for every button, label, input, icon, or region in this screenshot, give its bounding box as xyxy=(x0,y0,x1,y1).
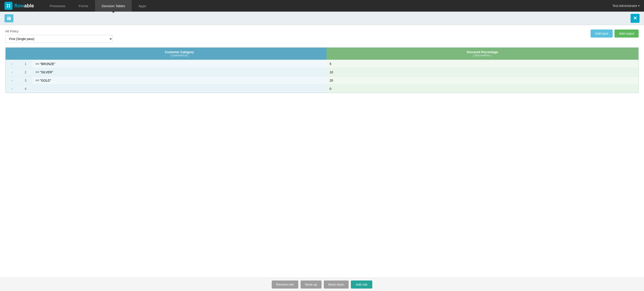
table-row: ✓ 4 0 xyxy=(6,85,639,93)
row-input-4[interactable] xyxy=(32,85,327,93)
move-up-button[interactable]: Move up xyxy=(300,281,322,289)
table-row: ✓ 3 == "GOLD" 20 xyxy=(6,76,639,85)
remove-rule-button[interactable]: Remove rule xyxy=(272,281,298,289)
row-check-4: ✓ xyxy=(6,85,19,93)
logo-icon xyxy=(4,2,12,10)
output-col-variable: [ discountPerc ] xyxy=(330,54,635,57)
save-icon xyxy=(7,16,11,20)
decision-table: Customer Category [ customerCat ] Discou… xyxy=(5,47,639,93)
hit-policy-label: Hit Policy: xyxy=(5,29,113,33)
row-output-3[interactable]: 20 xyxy=(326,76,639,85)
row-check-3: ✓ xyxy=(6,76,19,85)
row-num-4: 4 xyxy=(19,85,32,93)
row-input-3[interactable]: == "GOLD" xyxy=(32,76,327,85)
action-bar: Remove rule Move up Move down Add rule xyxy=(0,278,644,291)
row-check-1: ✓ xyxy=(6,60,19,68)
nav-forms[interactable]: Forms xyxy=(72,0,95,12)
add-input-button[interactable]: Add input xyxy=(590,29,613,37)
hit-policy-select[interactable]: First (Single pass) Any Unique Rule Orde… xyxy=(5,35,113,43)
add-rule-button[interactable]: Add rule xyxy=(351,281,372,289)
save-button[interactable] xyxy=(4,14,14,22)
nav-decision-tables[interactable]: Decision Tables xyxy=(95,0,132,12)
hit-policy-buttons: Add input Add output xyxy=(590,29,639,37)
th-input-col[interactable]: Customer Category [ customerCat ] xyxy=(32,48,327,60)
input-col-label: Customer Category xyxy=(36,50,323,54)
logo-text: flowable xyxy=(14,3,34,9)
table-row: ✓ 2 == "SILVER" 10 xyxy=(6,68,639,76)
output-col-label: Discount Percentage xyxy=(330,50,635,54)
row-output-2[interactable]: 10 xyxy=(326,68,639,76)
nav-apps[interactable]: Apps xyxy=(132,0,153,12)
navbar: flowable Processes Forms Decision Tables… xyxy=(0,0,644,12)
toolbar-left xyxy=(4,14,14,22)
move-down-button[interactable]: Move down xyxy=(324,281,349,289)
logo: flowable xyxy=(4,2,34,10)
hit-policy-row: Hit Policy: First (Single pass) Any Uniq… xyxy=(5,29,639,43)
table-row: ✓ 1 == "BRONZE" 5 xyxy=(6,60,639,68)
th-check-col xyxy=(6,48,19,60)
th-output-col[interactable]: Discount Percentage [ discountPerc ] xyxy=(326,48,639,60)
row-num-2: 2 xyxy=(19,68,32,76)
row-output-1[interactable]: 5 xyxy=(326,60,639,68)
row-num-3: 3 xyxy=(19,76,32,85)
user-menu[interactable]: Test Administrator xyxy=(612,4,640,7)
row-input-2[interactable]: == "SILVER" xyxy=(32,68,327,76)
input-col-variable: [ customerCat ] xyxy=(36,54,323,57)
hit-policy-left: Hit Policy: First (Single pass) Any Uniq… xyxy=(5,29,113,43)
row-check-2: ✓ xyxy=(6,68,19,76)
close-button[interactable]: ✕ xyxy=(630,14,640,23)
nav-processes[interactable]: Processes xyxy=(43,0,72,12)
toolbar: ✕ xyxy=(0,12,644,25)
row-num-1: 1 xyxy=(19,60,32,68)
th-num-col xyxy=(19,48,32,60)
add-output-button[interactable]: Add output xyxy=(614,29,639,37)
toolbar-right: ✕ xyxy=(630,14,640,23)
main-content: Hit Policy: First (Single pass) Any Uniq… xyxy=(0,25,644,278)
row-output-4[interactable]: 0 xyxy=(326,85,639,93)
row-input-1[interactable]: == "BRONZE" xyxy=(32,60,327,68)
navbar-links: Processes Forms Decision Tables Apps xyxy=(43,0,612,12)
